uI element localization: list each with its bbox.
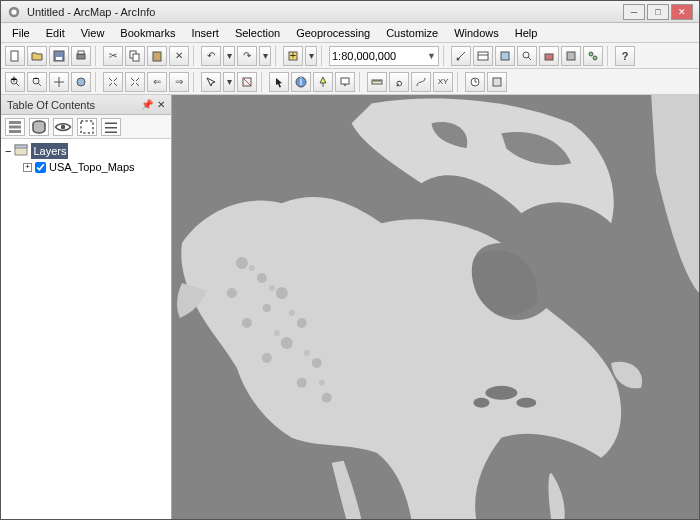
copy-icon[interactable]	[125, 46, 145, 66]
next-extent-icon[interactable]: ⇒	[169, 72, 189, 92]
list-by-visibility-icon[interactable]	[53, 118, 73, 136]
dataframe-layers[interactable]: Layers	[31, 143, 68, 159]
zoom-in-icon[interactable]: +	[5, 72, 25, 92]
redo-icon[interactable]: ↷	[237, 46, 257, 66]
menu-insert[interactable]: Insert	[184, 25, 226, 41]
find-route-icon[interactable]	[411, 72, 431, 92]
svg-rect-50	[105, 122, 117, 124]
titlebar: Untitled - ArcMap - ArcInfo ─ □ ✕	[1, 1, 699, 23]
menu-view[interactable]: View	[74, 25, 112, 41]
menu-bookmarks[interactable]: Bookmarks	[113, 25, 182, 41]
menu-geoprocessing[interactable]: Geoprocessing	[289, 25, 377, 41]
go-to-xy-icon[interactable]: XY	[433, 72, 453, 92]
python-icon[interactable]	[561, 46, 581, 66]
svg-text:+: +	[11, 76, 17, 85]
svg-rect-15	[501, 52, 509, 60]
tools-toolbar: + − ⇐ ⇒ ▾ i ⌕ XY	[1, 69, 699, 95]
svg-text:+: +	[290, 50, 296, 61]
help-icon[interactable]: ?	[615, 46, 635, 66]
undo-dropdown-icon[interactable]: ▾	[223, 46, 235, 66]
window-title: Untitled - ArcMap - ArcInfo	[27, 6, 621, 18]
model-builder-icon[interactable]	[583, 46, 603, 66]
svg-point-74	[304, 350, 310, 356]
svg-point-1	[11, 9, 16, 14]
collapse-icon[interactable]: −	[5, 145, 11, 157]
dataframe-icon	[14, 144, 28, 158]
add-data-dropdown-icon[interactable]: ▾	[305, 46, 317, 66]
new-icon[interactable]	[5, 46, 25, 66]
close-button[interactable]: ✕	[671, 4, 693, 20]
hyperlink-icon[interactable]	[313, 72, 333, 92]
menu-windows[interactable]: Windows	[447, 25, 506, 41]
cut-icon[interactable]: ✂	[103, 46, 123, 66]
svg-rect-19	[567, 52, 575, 60]
map-scale-select[interactable]: 1:80,000,000 ▼	[329, 46, 439, 66]
measure-icon[interactable]	[367, 72, 387, 92]
create-viewer-icon[interactable]	[487, 72, 507, 92]
clear-selection-icon[interactable]	[237, 72, 257, 92]
svg-point-61	[276, 287, 288, 299]
search-icon[interactable]	[517, 46, 537, 66]
redo-dropdown-icon[interactable]: ▾	[259, 46, 271, 66]
undo-icon[interactable]: ↶	[201, 46, 221, 66]
full-extent-icon[interactable]	[71, 72, 91, 92]
time-slider-icon[interactable]	[465, 72, 485, 92]
menu-help[interactable]: Help	[508, 25, 545, 41]
menu-customize[interactable]: Customize	[379, 25, 445, 41]
pointer-icon[interactable]	[269, 72, 289, 92]
minimize-button[interactable]: ─	[623, 4, 645, 20]
svg-point-62	[263, 304, 271, 312]
svg-point-72	[289, 310, 295, 316]
list-by-source-icon[interactable]	[29, 118, 49, 136]
html-popup-icon[interactable]	[335, 72, 355, 92]
svg-rect-52	[105, 131, 117, 133]
fixed-zoom-out-icon[interactable]	[125, 72, 145, 92]
svg-point-64	[297, 318, 307, 328]
svg-rect-44	[9, 121, 21, 124]
menu-edit[interactable]: Edit	[39, 25, 72, 41]
save-icon[interactable]	[49, 46, 69, 66]
toc-header: Table Of Contents 📌 ✕	[1, 95, 171, 115]
svg-rect-46	[9, 130, 21, 133]
layer-row[interactable]: + USA_Topo_Maps	[23, 159, 167, 175]
expand-icon[interactable]: +	[23, 163, 32, 172]
delete-icon[interactable]: ✕	[169, 46, 189, 66]
identify-icon[interactable]: i	[291, 72, 311, 92]
toc-options-icon[interactable]	[101, 118, 121, 136]
map-view[interactable]	[172, 95, 699, 519]
list-by-selection-icon[interactable]	[77, 118, 97, 136]
print-icon[interactable]	[71, 46, 91, 66]
menu-selection[interactable]: Selection	[228, 25, 287, 41]
pin-icon[interactable]: 📌	[141, 99, 153, 110]
layer-name: USA_Topo_Maps	[49, 161, 135, 173]
find-icon[interactable]: ⌕	[389, 72, 409, 92]
editor-toolbar-icon[interactable]	[451, 46, 471, 66]
svg-point-59	[257, 273, 267, 283]
fixed-zoom-in-icon[interactable]	[103, 72, 123, 92]
open-icon[interactable]	[27, 46, 47, 66]
svg-point-77	[516, 398, 536, 408]
list-by-drawing-order-icon[interactable]	[5, 118, 25, 136]
svg-rect-43	[493, 78, 501, 86]
svg-rect-13	[478, 52, 488, 60]
standard-toolbar: ✂ ✕ ↶ ▾ ↷ ▾ + ▾ 1:80,000,000 ▼ ?	[1, 43, 699, 69]
table-of-contents-panel: Table Of Contents 📌 ✕ − Layers + USA_Top…	[1, 95, 172, 519]
select-dropdown-icon[interactable]: ▾	[223, 72, 235, 92]
svg-line-30	[243, 78, 251, 86]
maximize-button[interactable]: □	[647, 4, 669, 20]
select-features-icon[interactable]	[201, 72, 221, 92]
close-panel-icon[interactable]: ✕	[157, 99, 165, 110]
table-window-icon[interactable]	[473, 46, 493, 66]
svg-point-73	[274, 330, 280, 336]
zoom-out-icon[interactable]: −	[27, 72, 47, 92]
add-data-icon[interactable]: +	[283, 46, 303, 66]
layer-visibility-checkbox[interactable]	[35, 162, 46, 173]
paste-icon[interactable]	[147, 46, 167, 66]
menu-file[interactable]: File	[5, 25, 37, 41]
catalog-icon[interactable]	[495, 46, 515, 66]
arc-toolbox-icon[interactable]	[539, 46, 559, 66]
pan-icon[interactable]	[49, 72, 69, 92]
prev-extent-icon[interactable]: ⇐	[147, 72, 167, 92]
svg-point-75	[319, 380, 325, 386]
svg-rect-54	[15, 145, 27, 148]
